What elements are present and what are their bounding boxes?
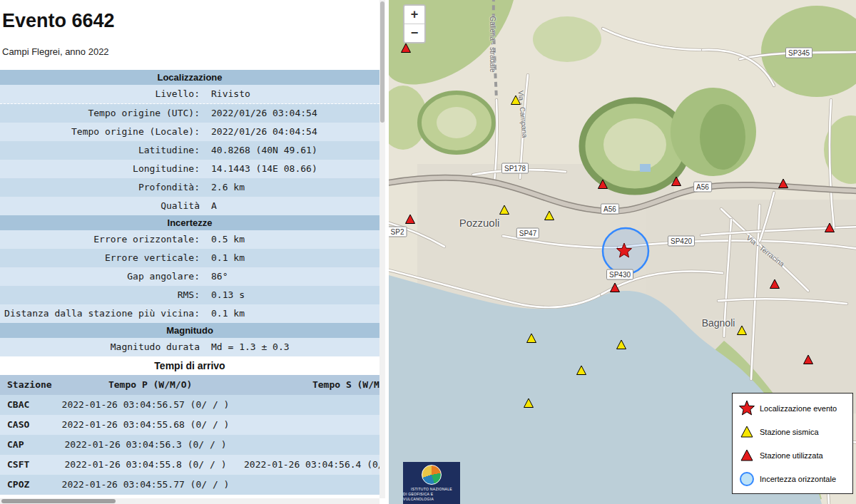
info-label: Qualità (0, 197, 207, 215)
info-row: Livello:Rivisto (0, 85, 379, 104)
legend-label: Localizzazione evento (760, 404, 837, 413)
info-label: Livello: (0, 85, 207, 103)
info-value: 0.1 km (207, 304, 379, 323)
arrivals-row: CBAC2022-01-26 03:04:56.57 (0/ / ) (0, 395, 379, 415)
uncertainty-circle-icon (734, 470, 760, 488)
tempo-s-cell (243, 435, 379, 455)
arrivals-row: CPOZ2022-01-26 03:04:55.77 (0/ / ) (0, 475, 379, 495)
info-row: QualitàA (0, 197, 379, 215)
info-label: Distanza dalla stazione più vicina: (0, 304, 207, 323)
info-value: 0.5 km (207, 230, 379, 249)
tempo-p-cell: 2022-01-26 03:04:55.8 (0/ / ) (49, 455, 243, 475)
seismic-station-icon (734, 425, 760, 439)
info-label: Profondità: (0, 178, 207, 197)
tempo-p-cell: 2022-01-26 03:04:55.77 (0/ / ) (49, 475, 243, 495)
tempo-p-cell: 2022-01-26 03:04:56.57 (0/ / ) (49, 395, 243, 415)
legend-label: Stazione sismica (760, 428, 819, 436)
section-header: Incertezze (0, 215, 379, 230)
arrivals-row: CASO2022-01-26 03:04:55.68 (0/ / ) (0, 415, 379, 435)
section-header: Magnitudo (0, 323, 379, 338)
vertical-scrollbar-thumb[interactable] (380, 1, 384, 123)
map[interactable]: SP345SP178A56A56SP47SP2SP420SP430Pozzuol… (389, 0, 856, 504)
info-value: 40.8268 (40N 49.61) (207, 141, 379, 160)
info-value: 2.6 km (207, 178, 379, 197)
info-row: Errore verticale:0.1 km (0, 249, 379, 267)
zoom-control: + − (403, 4, 426, 43)
page-subtitle: Campi Flegrei, anno 2022 (0, 46, 379, 57)
arrivals-header-cell: Tempo S (W/M/O) (248, 375, 379, 395)
info-label: Errore orizzontale: (0, 230, 207, 249)
info-value: 14.1443 (14E 08.66) (207, 160, 379, 178)
info-label: Errore verticale: (0, 249, 207, 267)
event-panel-content: Evento 6642 Campi Flegrei, anno 2022 Loc… (0, 0, 379, 495)
info-row: Magnitudo durataMd = 1.3 ± 0.3 (0, 338, 379, 356)
tempo-s-cell (243, 415, 379, 435)
legend-item: Localizzazione evento (734, 396, 851, 420)
section-header: Localizzazione (0, 70, 379, 85)
info-value: 2022/01/26 03:04:54 (207, 104, 379, 123)
arrivals-header-row: StazioneTempo P (W/M/O)Tempo S (W/M/O) (0, 375, 379, 395)
legend-label: Incertezza orizzontale (760, 475, 836, 483)
legend-item: Stazione utilizzata (734, 443, 851, 467)
app: Evento 6642 Campi Flegrei, anno 2022 Loc… (0, 0, 856, 504)
station-cell: CSFT (0, 455, 49, 475)
arrivals-row: CAP2022-01-26 03:04:56.3 (0/ / ) (0, 435, 379, 455)
station-cell: CPOZ (0, 475, 49, 495)
zoom-out-button[interactable]: − (404, 24, 424, 42)
station-cell: CASO (0, 415, 49, 435)
event-star-icon (734, 400, 760, 417)
arrivals-row: CSFT2022-01-26 03:04:55.8 (0/ / )2022-01… (0, 455, 379, 475)
page-title: Evento 6642 (0, 10, 379, 32)
tempo-s-cell (243, 475, 379, 495)
info-row: Gap angolare:86° (0, 267, 379, 286)
info-value: A (207, 197, 379, 215)
horizontal-scrollbar[interactable] (0, 498, 379, 504)
legend: Localizzazione eventoStazione sismicaSta… (732, 393, 853, 494)
info-label: Latitudine: (0, 141, 207, 160)
info-row: Errore orizzontale:0.5 km (0, 230, 379, 249)
info-label: Longitudine: (0, 160, 207, 178)
info-label: Tempo origine (Locale): (0, 123, 207, 141)
event-panel: Evento 6642 Campi Flegrei, anno 2022 Loc… (0, 0, 385, 504)
station-cell: CBAC (0, 395, 49, 415)
tempo-p-cell: 2022-01-26 03:04:55.68 (0/ / ) (49, 415, 243, 435)
arrivals-header-cell: Stazione (0, 375, 54, 395)
horizontal-scrollbar-thumb[interactable] (1, 499, 116, 503)
info-row: Profondità:2.6 km (0, 178, 379, 197)
used-station-icon (734, 448, 760, 463)
info-row: Tempo origine (UTC):2022/01/26 03:04:54 (0, 104, 379, 123)
info-label: RMS: (0, 286, 207, 304)
arrivals-table: StazioneTempo P (W/M/O)Tempo S (W/M/O)CB… (0, 375, 379, 495)
info-value: 2022/01/26 04:04:54 (207, 123, 379, 141)
info-row: Tempo origine (Locale):2022/01/26 04:04:… (0, 123, 379, 141)
zoom-in-button[interactable]: + (404, 6, 424, 24)
ingv-logo-line1: ISTITUTO NAZIONALE (411, 487, 452, 492)
ingv-logo: ISTITUTO NAZIONALE DI GEOFISICA E VULCAN… (403, 462, 460, 504)
info-row: RMS:0.13 s (0, 286, 379, 304)
info-value: 0.1 km (207, 249, 379, 267)
legend-label: Stazione utilizzata (760, 451, 823, 460)
tempo-s-cell: 2022-01-26 03:04:56.4 (0/ / ) (243, 455, 379, 475)
info-row: Distanza dalla stazione più vicina:0.1 k… (0, 304, 379, 323)
ingv-globe-icon (422, 465, 442, 485)
station-cell: CAP (0, 435, 49, 455)
arrivals-header-cell: Tempo P (W/M/O) (54, 375, 248, 395)
info-value: 0.13 s (207, 286, 379, 304)
ingv-logo-line2: DI GEOFISICA E VULCANOLOGIA (403, 492, 460, 502)
arrivals-title: Tempi di arrivo (0, 356, 379, 375)
info-row: Longitudine:14.1443 (14E 08.66) (0, 160, 379, 178)
legend-item: Incertezza orizzontale (734, 467, 851, 490)
info-label: Gap angolare: (0, 267, 207, 286)
vertical-scrollbar[interactable] (379, 0, 385, 498)
info-row: Latitudine:40.8268 (40N 49.61) (0, 141, 379, 160)
info-label: Tempo origine (UTC): (0, 104, 207, 123)
tempo-s-cell (243, 395, 379, 415)
info-value: Rivisto (207, 85, 379, 103)
tempo-p-cell: 2022-01-26 03:04:56.3 (0/ / ) (49, 435, 243, 455)
ingv-logo-text: ISTITUTO NAZIONALE DI GEOFISICA E VULCAN… (403, 487, 460, 502)
info-table: LocalizzazioneLivello:RivistoTempo origi… (0, 70, 379, 356)
info-value: Md = 1.3 ± 0.3 (207, 338, 379, 356)
info-value: 86° (207, 267, 379, 286)
legend-item: Stazione sismica (734, 420, 851, 443)
info-label: Magnitudo durata (0, 338, 207, 356)
